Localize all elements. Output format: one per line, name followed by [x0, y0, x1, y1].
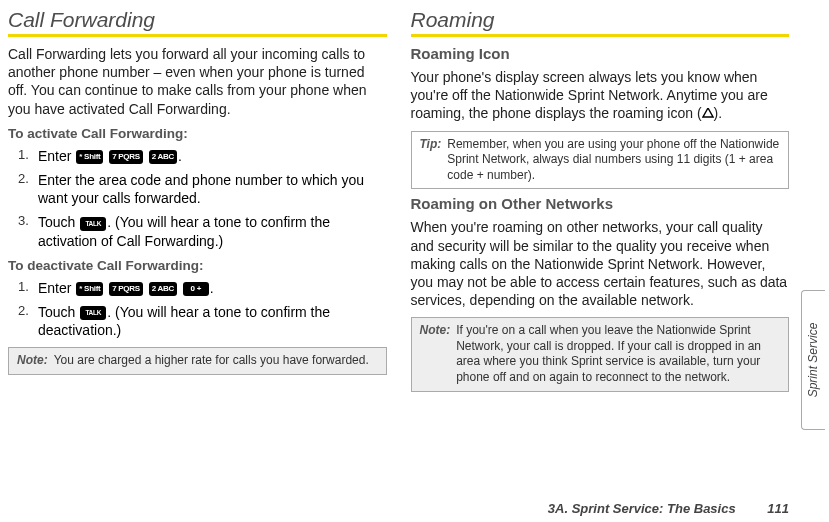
activate-step-3: 3. Touch TALK. (You will hear a tone to … [24, 213, 387, 249]
deactivate-heading: To deactivate Call Forwarding: [8, 258, 387, 273]
key-2-icon: 2 ABC [149, 150, 177, 164]
deactivate-step-2: 2. Touch TALK. (You will hear a tone to … [24, 303, 387, 339]
two-column-layout: Call Forwarding Call Forwarding lets you… [8, 8, 789, 468]
chapter-label: 3A. Sprint Service: The Basics [548, 501, 736, 516]
roaming-title: Roaming [411, 8, 790, 32]
title-rule [411, 34, 790, 37]
activate-heading: To activate Call Forwarding: [8, 126, 387, 141]
roaming-other-paragraph: When you're roaming on other networks, y… [411, 218, 790, 309]
step-text: Touch [38, 214, 79, 230]
key-7-icon: 7 PQRS [109, 282, 143, 296]
deactivate-steps: 1. Enter * Shift 7 PQRS 2 ABC 0 +. 2. To… [8, 279, 387, 340]
call-forwarding-intro: Call Forwarding lets you forward all you… [8, 45, 387, 118]
note-text: If you're on a call when you leave the N… [456, 323, 780, 385]
note-box: Note: You are charged a higher rate for … [8, 347, 387, 375]
roaming-icon-paragraph: Your phone's display screen always lets … [411, 68, 790, 123]
page: Call Forwarding Call Forwarding lets you… [0, 0, 829, 522]
activate-step-1: 1. Enter * Shift 7 PQRS 2 ABC. [24, 147, 387, 165]
step-text: Enter [38, 280, 75, 296]
step-text: Enter [38, 148, 75, 164]
note-label: Note: [420, 323, 451, 385]
side-tab-label: Sprint Service [807, 323, 821, 398]
roaming-other-heading: Roaming on Other Networks [411, 195, 790, 212]
roaming-icon-heading: Roaming Icon [411, 45, 790, 62]
key-talk-icon: TALK [80, 217, 106, 231]
note-text: You are charged a higher rate for calls … [54, 353, 369, 369]
call-forwarding-title: Call Forwarding [8, 8, 387, 32]
key-talk-icon: TALK [80, 306, 106, 320]
deactivate-step-1: 1. Enter * Shift 7 PQRS 2 ABC 0 +. [24, 279, 387, 297]
right-column: Roaming Roaming Icon Your phone's displa… [411, 8, 790, 468]
key-0-icon: 0 + [183, 282, 209, 296]
step-text-end: . [178, 148, 182, 164]
activate-step-2: 2. Enter the area code and phone number … [24, 171, 387, 207]
key-star-icon: * Shift [76, 150, 103, 164]
tip-text: Remember, when you are using your phone … [447, 137, 780, 184]
key-star-icon: * Shift [76, 282, 103, 296]
tip-box: Tip: Remember, when you are using your p… [411, 131, 790, 190]
step-text: Enter the area code and phone number to … [38, 172, 364, 206]
para-text-b: ). [714, 105, 723, 121]
key-2-icon: 2 ABC [149, 282, 177, 296]
note-box-right: Note: If you're on a call when you leave… [411, 317, 790, 391]
step-text-end: . [210, 280, 214, 296]
tip-label: Tip: [420, 137, 442, 184]
key-7-icon: 7 PQRS [109, 150, 143, 164]
roaming-icon [702, 108, 714, 119]
title-rule [8, 34, 387, 37]
page-number: 111 [767, 501, 789, 516]
note-label: Note: [17, 353, 48, 369]
activate-steps: 1. Enter * Shift 7 PQRS 2 ABC. 2. Enter … [8, 147, 387, 250]
step-text: Touch [38, 304, 79, 320]
left-column: Call Forwarding Call Forwarding lets you… [8, 8, 387, 468]
page-footer: 3A. Sprint Service: The Basics 111 [548, 501, 789, 516]
side-tab: Sprint Service [801, 290, 825, 430]
